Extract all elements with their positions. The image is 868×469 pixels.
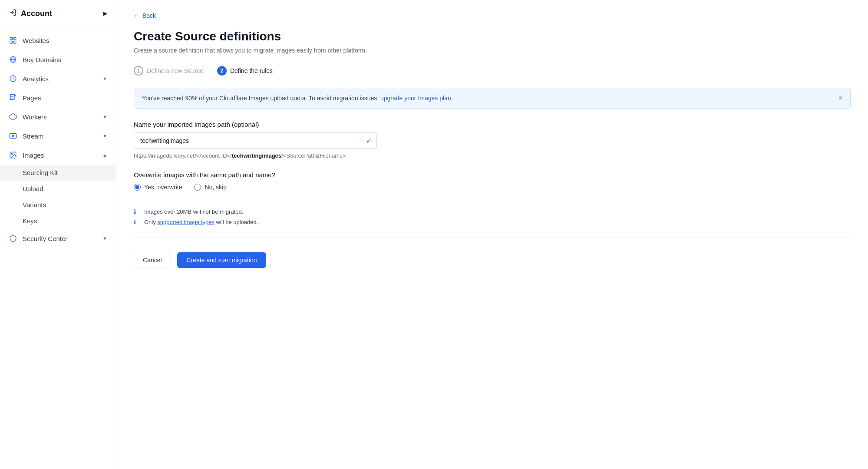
domains-icon bbox=[9, 55, 17, 64]
info-notes: ℹ Images over 20MB will not be migrated.… bbox=[134, 208, 851, 225]
sidebar-sub-item-upload[interactable]: Upload bbox=[0, 181, 116, 197]
url-preview: https://imagedelivery.net/<Account ID>/t… bbox=[134, 152, 851, 159]
sidebar-item-security-label: Security Center bbox=[23, 235, 67, 242]
svg-rect-1 bbox=[14, 37, 16, 40]
path-label: Name your imported images path (optional… bbox=[134, 121, 851, 128]
radio-yes-option[interactable]: Yes, overwrite bbox=[134, 184, 182, 191]
sidebar-item-security-center[interactable]: Security Center ▼ bbox=[0, 229, 116, 248]
step-1: 1 Define a new Source bbox=[134, 66, 203, 76]
main-content: ← Back Create Source definitions Create … bbox=[116, 0, 868, 469]
info-icon-2: ℹ bbox=[134, 218, 141, 225]
sidebar-expand-arrow[interactable]: ▶ bbox=[103, 10, 107, 17]
workers-icon bbox=[9, 112, 17, 121]
svg-rect-3 bbox=[14, 41, 16, 43]
stepper: 1 Define a new Source 2 Define the rules bbox=[134, 66, 851, 76]
stream-chevron: ▼ bbox=[102, 133, 107, 139]
action-buttons: Cancel Create and start migration bbox=[134, 247, 851, 268]
info-note-2: ℹ Only supported image types will be upl… bbox=[134, 218, 851, 225]
page-title: Create Source definitions bbox=[134, 30, 851, 43]
sidebar-item-buy-domains-label: Buy Domains bbox=[23, 56, 61, 63]
sidebar-item-workers[interactable]: Workers ▼ bbox=[0, 107, 116, 126]
info-note-2-text: Only supported image types will be uploa… bbox=[144, 219, 258, 225]
radio-no-option[interactable]: No, skip bbox=[194, 184, 227, 191]
radio-no-input[interactable] bbox=[194, 184, 201, 191]
alert-upgrade-link[interactable]: upgrade your Images plan bbox=[380, 95, 451, 102]
back-label: Back bbox=[142, 12, 156, 19]
alert-banner: You've reached 90% of your Cloudflare Im… bbox=[134, 88, 851, 109]
info-icon-1: ℹ bbox=[134, 208, 141, 215]
sidebar-item-buy-domains[interactable]: Buy Domains bbox=[0, 50, 116, 69]
sidebar-item-pages[interactable]: Pages bbox=[0, 88, 116, 107]
path-input[interactable] bbox=[134, 132, 377, 149]
path-input-wrapper: ✓ bbox=[134, 132, 377, 149]
supported-types-link[interactable]: supported image types bbox=[157, 219, 215, 225]
analytics-chevron: ▼ bbox=[102, 76, 107, 81]
step-2: 2 Define the rules bbox=[217, 66, 273, 76]
sidebar-item-workers-label: Workers bbox=[23, 113, 47, 121]
sidebar-item-analytics[interactable]: Analytics ▼ bbox=[0, 69, 116, 88]
images-chevron: ▲ bbox=[102, 152, 107, 158]
step-2-circle: 2 bbox=[217, 66, 227, 76]
radio-yes-input[interactable] bbox=[134, 184, 141, 191]
back-link[interactable]: ← Back bbox=[134, 12, 851, 19]
radio-no-label: No, skip bbox=[205, 184, 227, 191]
sidebar-item-images-label: Images bbox=[23, 152, 44, 159]
svg-rect-12 bbox=[10, 134, 17, 139]
analytics-icon bbox=[9, 74, 17, 83]
sidebar-item-analytics-label: Analytics bbox=[23, 75, 49, 83]
create-migration-button[interactable]: Create and start migration bbox=[177, 252, 267, 268]
pages-icon bbox=[9, 93, 17, 102]
security-chevron: ▼ bbox=[102, 236, 107, 241]
images-icon bbox=[9, 151, 17, 159]
security-icon bbox=[9, 234, 17, 243]
sidebar-item-images[interactable]: Images ▲ bbox=[0, 145, 116, 165]
step-1-circle: 1 bbox=[134, 66, 143, 76]
svg-marker-13 bbox=[13, 135, 15, 137]
sidebar-account-title: Account bbox=[21, 9, 52, 18]
svg-marker-11 bbox=[10, 114, 17, 120]
sidebar-item-websites-label: Websites bbox=[23, 37, 49, 44]
path-form-section: Name your imported images path (optional… bbox=[134, 121, 851, 159]
alert-close-button[interactable]: × bbox=[838, 94, 842, 102]
sidebar-item-stream-label: Stream bbox=[23, 132, 43, 140]
input-valid-icon: ✓ bbox=[366, 137, 372, 145]
alert-text: You've reached 90% of your Cloudflare Im… bbox=[142, 95, 453, 102]
info-note-1-text: Images over 20MB will not be migrated. bbox=[144, 208, 243, 215]
svg-rect-8 bbox=[10, 95, 14, 100]
sidebar-header[interactable]: Account ▶ bbox=[0, 0, 116, 27]
page-subtitle: Create a source definition that allows y… bbox=[134, 47, 851, 54]
divider bbox=[134, 238, 851, 238]
sidebar-sub-item-variants[interactable]: Variants bbox=[0, 197, 116, 213]
radio-group: Yes, overwrite No, skip bbox=[134, 184, 851, 191]
stream-icon bbox=[9, 132, 17, 140]
sidebar-item-pages-label: Pages bbox=[23, 94, 41, 102]
sidebar-item-stream[interactable]: Stream ▼ bbox=[0, 126, 116, 145]
websites-icon bbox=[9, 36, 17, 45]
radio-yes-label: Yes, overwrite bbox=[144, 184, 182, 191]
workers-chevron: ▼ bbox=[102, 114, 107, 119]
overwrite-label: Overwrite images with the same path and … bbox=[134, 171, 851, 178]
step-2-label: Define the rules bbox=[230, 67, 273, 74]
back-arrow-icon: ← bbox=[134, 12, 140, 19]
svg-rect-0 bbox=[10, 37, 12, 40]
cancel-button[interactable]: Cancel bbox=[134, 252, 171, 268]
sidebar-sub-item-keys[interactable]: Keys bbox=[0, 213, 116, 229]
info-note-1: ℹ Images over 20MB will not be migrated. bbox=[134, 208, 851, 215]
overwrite-section: Overwrite images with the same path and … bbox=[134, 171, 851, 191]
sidebar-sub-item-sourcing-kit[interactable]: Sourcing Kit bbox=[0, 165, 116, 181]
svg-rect-2 bbox=[10, 41, 12, 43]
sidebar-item-websites[interactable]: Websites bbox=[0, 31, 116, 50]
sidebar: Account ▶ Websites Buy Domains bbox=[0, 0, 116, 469]
account-icon bbox=[9, 9, 17, 18]
step-1-label: Define a new Source bbox=[147, 67, 203, 74]
svg-point-15 bbox=[11, 153, 12, 154]
sidebar-nav: Websites Buy Domains Analytics ▼ bbox=[0, 27, 116, 251]
